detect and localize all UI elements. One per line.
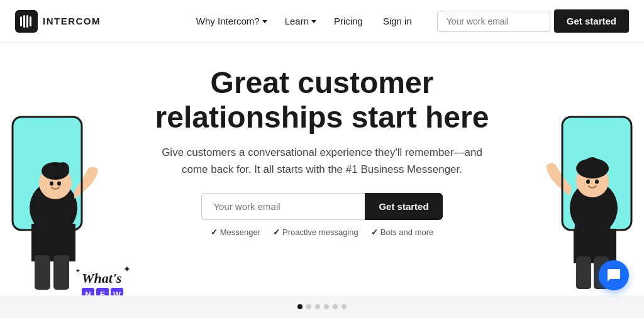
hero-feature-checks: ✓ Messenger ✓ Proactive messaging ✓ Bots… — [211, 228, 434, 237]
logo[interactable]: INTERCOM — [15, 10, 101, 33]
svg-rect-2 — [23, 15, 25, 28]
nav-email-input[interactable] — [437, 11, 550, 32]
chat-button[interactable] — [599, 260, 629, 290]
svg-point-11 — [50, 182, 53, 186]
nav-get-started-button[interactable]: Get started — [554, 9, 629, 33]
svg-rect-3 — [26, 15, 28, 28]
hero-form: Get started — [201, 193, 442, 220]
dot-5 — [333, 304, 338, 309]
nav-pricing[interactable]: Pricing — [326, 11, 370, 31]
svg-rect-29 — [576, 256, 591, 289]
dot-4 — [324, 304, 329, 309]
svg-point-12 — [57, 182, 61, 186]
whats-new-text: What's — [82, 270, 122, 286]
dot-indicator — [297, 304, 347, 309]
nav-links: Why Intercom? Learn Pricing Sign in — [189, 11, 422, 31]
nav-learn[interactable]: Learn — [277, 11, 324, 31]
bottom-strip — [0, 295, 644, 318]
logo-text: INTERCOM — [43, 16, 101, 26]
svg-point-26 — [595, 180, 599, 184]
hero-email-input[interactable] — [201, 193, 365, 220]
sparkle-small-icon: ✦ — [75, 268, 80, 274]
chevron-down-icon — [311, 20, 316, 23]
svg-rect-4 — [30, 16, 31, 26]
dot-2 — [306, 304, 311, 309]
hero-subtitle: Give customers a conversational experien… — [158, 145, 486, 178]
chat-icon — [606, 268, 621, 283]
svg-point-24 — [585, 157, 600, 172]
svg-point-10 — [57, 162, 69, 175]
navigation: INTERCOM Why Intercom? Learn Pricing Sig… — [0, 0, 644, 43]
nav-why-intercom[interactable]: Why Intercom? — [189, 11, 275, 31]
check-messenger: ✓ Messenger — [211, 228, 260, 237]
svg-rect-1 — [20, 16, 22, 26]
svg-point-25 — [586, 180, 590, 184]
dot-1 — [297, 304, 303, 309]
nav-signin[interactable]: Sign in — [373, 11, 422, 31]
svg-rect-16 — [53, 255, 69, 290]
check-proactive-messaging: ✓ Proactive messaging — [273, 228, 358, 237]
sparkle-icon: ✦ — [123, 264, 131, 274]
dot-3 — [315, 304, 320, 309]
hero-get-started-button[interactable]: Get started — [365, 193, 442, 220]
chevron-down-icon — [262, 20, 267, 23]
hero-title: Great customer relationships start here — [155, 65, 489, 134]
check-bots: ✓ Bots and more — [371, 228, 434, 237]
intercom-logo-icon — [15, 10, 38, 33]
svg-rect-15 — [35, 255, 50, 290]
dot-6 — [341, 304, 347, 309]
